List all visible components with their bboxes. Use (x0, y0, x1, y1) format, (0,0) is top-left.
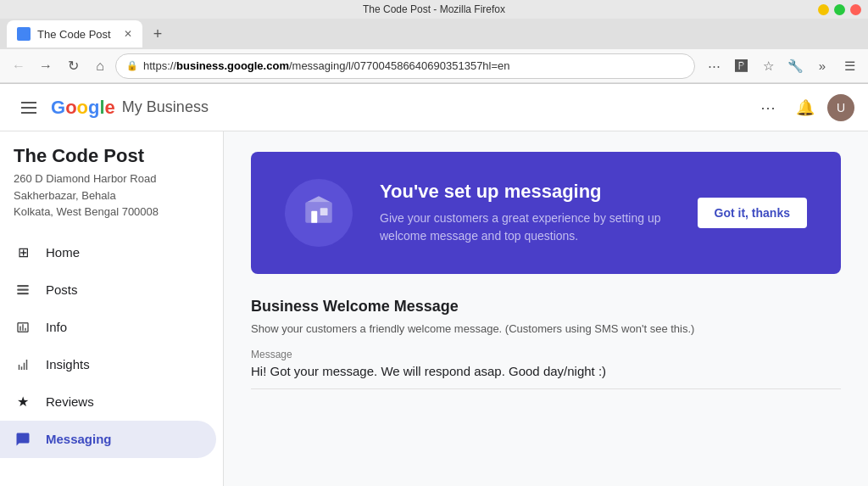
svg-rect-0 (17, 285, 29, 287)
my-business-label: My Business (122, 98, 209, 116)
svg-rect-1 (17, 288, 29, 290)
notifications-button[interactable]: 🔔 (790, 92, 821, 123)
sidebar-navigation: ⊞ Home Posts Info (0, 234, 223, 458)
banner-subtitle: Give your customers a great experience b… (380, 209, 670, 245)
lock-icon: 🔒 (126, 60, 138, 71)
home-button[interactable]: ⌂ (88, 54, 112, 78)
minimize-button[interactable] (818, 4, 829, 15)
insights-icon (14, 355, 32, 374)
hamburger-line-2 (21, 107, 36, 109)
tab-bar: The Code Post ✕ + (0, 19, 868, 49)
url-display: https://business.google.com/messaging/l/… (143, 59, 684, 72)
svg-rect-5 (320, 208, 328, 215)
header-right: ⋯ 🔔 U (753, 92, 854, 123)
sidebar-item-home[interactable]: ⊞ Home (0, 234, 216, 271)
sidebar-reviews-label: Reviews (46, 394, 94, 409)
sidebar-address: 260 D Diamond Harbor Road Sakherbazar, B… (0, 170, 223, 234)
section-title: Business Welcome Message (251, 298, 841, 316)
info-icon (14, 318, 32, 337)
sidebar-insights-label: Insights (46, 357, 90, 371)
more-options-button[interactable]: ⋯ (702, 54, 726, 78)
sidebar-item-reviews[interactable]: ★ Reviews (0, 383, 216, 421)
setup-banner: You've set up messaging Give your custom… (251, 152, 841, 274)
sidebar-item-insights[interactable]: Insights (0, 346, 216, 383)
banner-icon-circle (285, 179, 353, 247)
window-controls (818, 4, 861, 15)
tab-close-button[interactable]: ✕ (124, 28, 132, 40)
active-tab[interactable]: The Code Post ✕ (7, 20, 142, 47)
nav-right-buttons: ⋯ 🅿 ☆ 🔧 » ☰ (702, 54, 861, 78)
google-logo: Google (51, 97, 115, 119)
pocket-button[interactable]: 🅿 (729, 54, 753, 78)
navigation-bar: ← → ↻ ⌂ 🔒 https://business.google.com/me… (0, 49, 868, 83)
forward-button[interactable]: → (34, 54, 58, 78)
extensions-button[interactable]: » (810, 54, 834, 78)
tools-button[interactable]: 🔧 (783, 54, 807, 78)
sidebar-item-info[interactable]: Info (0, 309, 216, 346)
section-subtitle: Show your customers a friendly welcome m… (251, 322, 841, 335)
new-tab-button[interactable]: + (146, 22, 170, 46)
app-header: Google My Business ⋯ 🔔 U (0, 84, 868, 131)
sidebar-item-messaging[interactable]: Messaging (0, 421, 216, 458)
hamburger-line-3 (21, 112, 36, 114)
hamburger-button[interactable] (14, 92, 44, 123)
sidebar-info-label: Info (46, 320, 67, 334)
svg-rect-4 (311, 210, 317, 222)
hamburger-line-1 (21, 102, 36, 103)
maximize-button[interactable] (834, 4, 845, 15)
back-button[interactable]: ← (7, 54, 31, 78)
apps-button[interactable]: ⋯ (753, 92, 783, 123)
posts-icon (14, 281, 32, 299)
reload-button[interactable]: ↻ (61, 54, 85, 78)
got-it-button[interactable]: Got it, thanks (698, 198, 807, 228)
user-avatar[interactable]: U (827, 94, 854, 121)
browser-title: The Code Post - Mozilla Firefox (363, 3, 505, 15)
menu-button[interactable]: ☰ (837, 54, 861, 78)
sidebar-item-posts[interactable]: Posts (0, 271, 216, 309)
message-text: Hi! Got your message. We will respond as… (251, 364, 841, 389)
store-icon (301, 192, 337, 235)
address-bar[interactable]: 🔒 https://business.google.com/messaging/… (115, 53, 695, 79)
main-content: You've set up messaging Give your custom… (224, 131, 868, 486)
banner-text: You've set up messaging Give your custom… (380, 181, 670, 245)
sidebar: The Code Post 260 D Diamond Harbor Road … (0, 131, 224, 486)
tab-favicon (17, 27, 31, 41)
sidebar-messaging-label: Messaging (46, 432, 112, 446)
sidebar-posts-label: Posts (46, 282, 78, 297)
sidebar-home-label: Home (46, 245, 80, 260)
home-icon: ⊞ (14, 243, 32, 262)
sidebar-business-name: The Code Post (0, 145, 223, 170)
close-button[interactable] (850, 4, 861, 15)
reviews-icon: ★ (14, 393, 32, 411)
svg-rect-2 (17, 293, 29, 294)
app-body: The Code Post 260 D Diamond Harbor Road … (0, 131, 868, 486)
banner-title: You've set up messaging (380, 181, 670, 203)
messaging-icon (14, 430, 32, 449)
bookmark-button[interactable]: ☆ (756, 54, 780, 78)
logo-area: Google My Business (51, 97, 209, 119)
message-label: Message (251, 349, 841, 360)
svg-rect-3 (305, 202, 332, 223)
tab-label: The Code Post (37, 28, 111, 41)
